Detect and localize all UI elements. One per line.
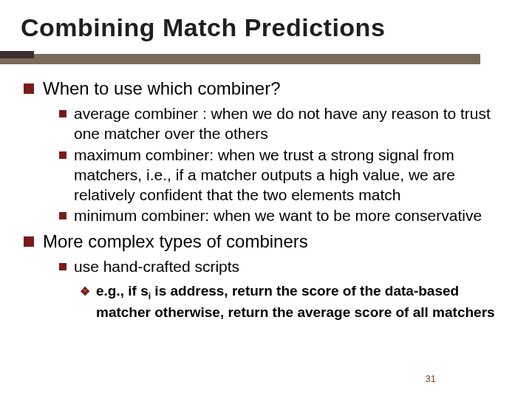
bullet-text: More complex types of combiners <box>43 231 308 253</box>
sub-bullet-group: use hand-crafted scripts <box>59 257 511 277</box>
bullet-text: average combiner : when we do not have a… <box>74 104 511 144</box>
square-bullet-icon <box>59 263 66 270</box>
diamond-bullet-icon: ❖ <box>80 284 90 299</box>
bullet-text: maximum combiner: when we trust a strong… <box>74 146 511 205</box>
sub-bullet-group: average combiner : when we do not have a… <box>59 104 511 226</box>
square-bullet-icon <box>24 236 34 247</box>
bullet-level1: When to use which combiner? <box>24 78 511 100</box>
square-bullet-icon <box>24 83 34 94</box>
bullet-level3: ❖ e.g., if si is address, return the sco… <box>80 282 511 321</box>
bullet-level2: average combiner : when we do not have a… <box>59 104 511 144</box>
page-number: 31 <box>426 373 436 384</box>
bullet-level2: maximum combiner: when we trust a strong… <box>59 146 511 205</box>
text-fragment: is address, return the score of the data… <box>96 283 495 320</box>
bullet-level1: More complex types of combiners <box>24 231 511 253</box>
square-bullet-icon <box>59 110 66 117</box>
divider-accent <box>0 51 34 58</box>
bullet-level2: use hand-crafted scripts <box>59 257 511 277</box>
square-bullet-icon <box>59 151 66 159</box>
bullet-text: e.g., if si is address, return the score… <box>96 282 511 321</box>
slide: Combining Match Predictions When to use … <box>0 0 532 399</box>
bullet-level2: minimum combiner: when we want to be mor… <box>59 206 511 226</box>
slide-body: When to use which combiner? average comb… <box>21 78 511 321</box>
bullet-text: When to use which combiner? <box>43 78 281 100</box>
title-divider <box>0 51 532 64</box>
bullet-text: use hand-crafted scripts <box>74 257 239 277</box>
divider-bar <box>0 54 480 64</box>
text-fragment: e.g., if s <box>96 283 149 299</box>
square-bullet-icon <box>59 212 66 219</box>
sub-sub-bullet-group: ❖ e.g., if si is address, return the sco… <box>80 282 511 321</box>
bullet-text: minimum combiner: when we want to be mor… <box>74 206 482 226</box>
slide-title: Combining Match Predictions <box>21 13 511 42</box>
